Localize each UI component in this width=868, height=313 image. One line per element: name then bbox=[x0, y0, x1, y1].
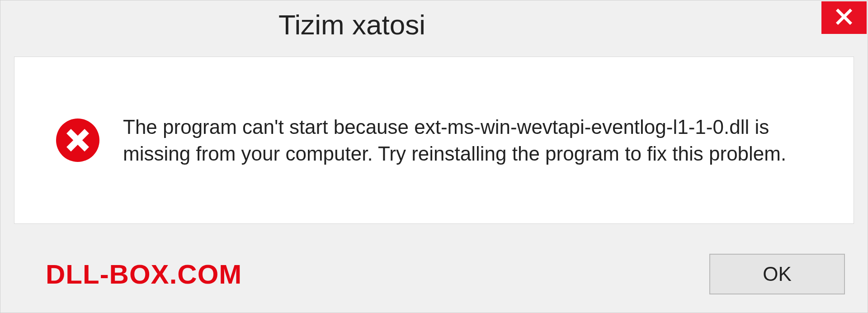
bottom-bar: DLL-BOX.COM OK bbox=[0, 245, 868, 313]
watermark: DLL-BOX.COM bbox=[46, 259, 242, 290]
error-message: The program can't start because ext-ms-w… bbox=[123, 114, 810, 167]
dialog-title: Tizim xatosi bbox=[278, 9, 425, 41]
ok-button[interactable]: OK bbox=[709, 254, 845, 294]
close-button[interactable] bbox=[821, 1, 867, 34]
error-icon bbox=[55, 118, 100, 163]
ok-button-label: OK bbox=[763, 263, 792, 285]
title-bar: Tizim xatosi bbox=[0, 0, 868, 50]
message-panel: The program can't start because ext-ms-w… bbox=[14, 57, 854, 224]
close-icon bbox=[835, 8, 853, 28]
